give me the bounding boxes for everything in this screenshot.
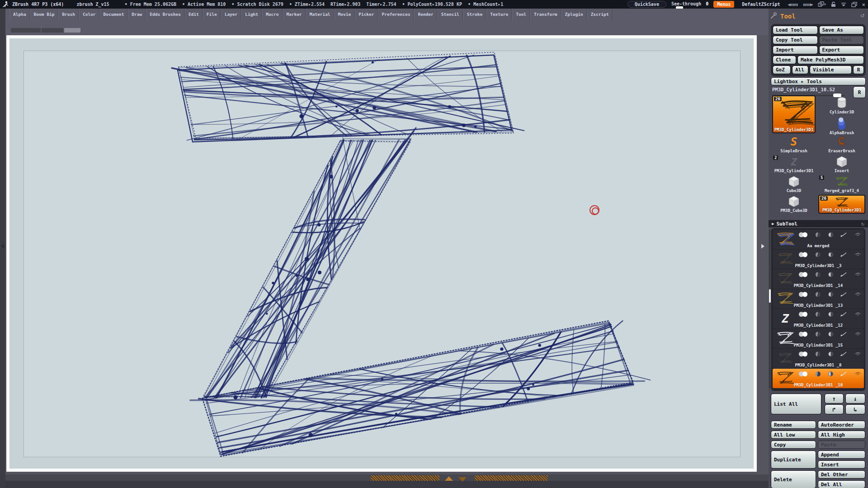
eye-icon[interactable] [854,232,861,237]
eye-icon[interactable] [854,312,861,316]
right-tray-divider-icon[interactable] [761,244,764,249]
copy-subtool-button[interactable]: Copy [771,441,816,449]
shade-icon[interactable] [816,272,821,277]
export-button[interactable]: Export [819,46,864,54]
brush-icon[interactable] [840,232,847,237]
tool-thumb-simplebrush[interactable]: S SimpleBrush [772,135,816,154]
subtool-row[interactable]: PM3D_Cylinder3D1 _15 [773,329,864,348]
make-polymesh3d-button[interactable]: Make PolyMesh3D [797,56,864,64]
menu-zplugin[interactable]: Zplugin [561,9,587,20]
del-other-button[interactable]: Del Other [818,470,865,479]
delete-button[interactable]: Delete [771,470,816,488]
subtool-up-button[interactable]: ↑ [825,394,844,404]
tool-thumb-cube3d[interactable]: Cube3D [772,175,816,194]
menu-draw[interactable]: Draw [128,9,146,20]
split-icon[interactable] [828,272,833,277]
menu-transform[interactable]: Transform [530,9,561,20]
split-icon[interactable] [828,352,833,357]
menu-zscript[interactable]: Zscript [587,9,613,20]
shade-icon[interactable] [816,332,821,337]
active-tool-name-value[interactable]: PM3D_Cylinder3D1_10.52 [772,87,835,92]
menu-macro[interactable]: Macro [262,9,283,20]
tool-thumb-pm3d-cube3d[interactable]: PM3D_Cube3D [772,195,816,214]
del-all-button[interactable]: Del All [818,480,865,488]
shade-icon[interactable] [816,232,821,237]
quicksave-button[interactable]: QuickSave [627,1,666,8]
menu-picker[interactable]: Picker [355,9,377,20]
split-icon[interactable] [828,312,833,317]
subtool-row[interactable]: PM3D_Cylinder3D1 _13 [773,289,864,309]
menu-file[interactable]: File [203,9,221,20]
menu-boom-bip[interactable]: Boom Bip [30,9,58,20]
shade-icon[interactable] [816,352,821,357]
import-button[interactable]: Import [773,46,818,54]
tray-tab[interactable] [11,28,41,33]
ui-scale-left-icon[interactable]: ◀▮▮▮▮ [788,2,798,7]
brush-icon[interactable] [840,351,847,357]
eye-icon[interactable] [854,272,861,277]
tray-tab[interactable] [42,28,63,33]
eye-icon[interactable] [854,292,861,296]
list-all-button[interactable]: List All [771,394,821,414]
split-icon[interactable] [828,371,833,376]
polypaint-pair-icon[interactable] [799,352,808,357]
goz-r-button[interactable]: R [853,66,864,74]
menu-texture[interactable]: Texture [486,9,512,20]
subtool-scrollbar[interactable] [769,230,771,389]
goz-all-button[interactable]: All [792,66,808,74]
menu-color[interactable]: Color [79,9,99,20]
tool-thumb-eraserbrush[interactable]: EraserBrush [818,135,865,154]
tool-thumb-merged[interactable]: 5 Merged_graf3_4 [818,175,865,194]
split-icon[interactable] [828,232,833,237]
split-icon[interactable] [828,252,833,257]
subtool-row[interactable]: Aa merged [773,230,864,249]
menu-render[interactable]: Render [414,9,437,20]
refresh-icon[interactable]: ↻ [861,221,864,227]
tool-thumb-cylinder3d[interactable]: Cylinder3D [818,95,865,114]
duplicate-button[interactable]: Duplicate [771,450,816,469]
ui-scale-right-icon[interactable]: ▮▮▮▮▶ [803,2,813,7]
load-tool-button[interactable]: Load Tool [773,26,818,34]
subtool-row[interactable]: PM3D_Cylinder3D1 _8 [773,349,864,368]
minimize-icon[interactable] [841,2,846,7]
eye-icon[interactable] [854,371,861,376]
timeline-grip-right[interactable] [475,475,548,481]
tool-thumb-insert[interactable]: Insert [818,155,865,174]
restore-icon[interactable] [851,2,857,7]
polypaint-pair-icon[interactable] [799,371,808,376]
menu-material[interactable]: Material [306,9,334,20]
shade-icon[interactable] [816,292,821,297]
shade-icon[interactable] [816,371,821,376]
menu-movie[interactable]: Movie [335,9,355,20]
brush-icon[interactable] [840,331,847,337]
menu-stroke[interactable]: Stroke [463,9,486,20]
subtool-header[interactable]: ▶ SubTool ↻ [769,220,868,227]
goz-visible-button[interactable]: Visible [810,66,852,74]
subtool-row[interactable]: PM3D_Cylinder3D1 _3 [773,249,864,269]
menu-edds-brushes[interactable]: Edds Brushes [146,9,184,20]
menu-tool[interactable]: Tool [512,9,530,20]
subtool-row[interactable]: PM3D_Cylinder3D1 _14 [773,269,864,289]
divider-down-arrow-icon[interactable] [458,477,467,482]
subtool-scrollbar-handle[interactable] [769,289,771,303]
close-icon[interactable]: ✕ [862,1,865,8]
polypaint-pair-icon[interactable] [799,252,808,257]
see-through-control[interactable]: See-through 0 [671,1,708,7]
menus-button[interactable]: Menus [713,1,734,8]
subtool-down-button[interactable]: ↓ [845,394,865,404]
all-low-button[interactable]: All Low [771,431,816,439]
subtool-row[interactable]: Z PM3D_Cylinder3D1 _12 [773,309,864,328]
default-zscript-button[interactable]: DefaultZScript [739,1,783,7]
brush-icon[interactable] [840,252,847,257]
sculpt-canvas[interactable] [9,38,754,469]
menu-stencil[interactable]: Stencil [438,9,463,20]
polypaint-pair-icon[interactable] [799,312,808,317]
all-high-button[interactable]: All High [818,431,865,439]
polypaint-pair-icon[interactable] [799,332,808,337]
left-tray-divider-icon[interactable] [1,244,4,249]
append-button[interactable]: Append [818,450,865,459]
menu-layer[interactable]: Layer [221,9,241,20]
insert-subtool-button[interactable]: Insert [818,460,865,469]
tool-thumb-alphabrush[interactable]: AlphaBrush [818,116,865,135]
subtool-move-in-button[interactable]: ↳ [845,404,865,414]
